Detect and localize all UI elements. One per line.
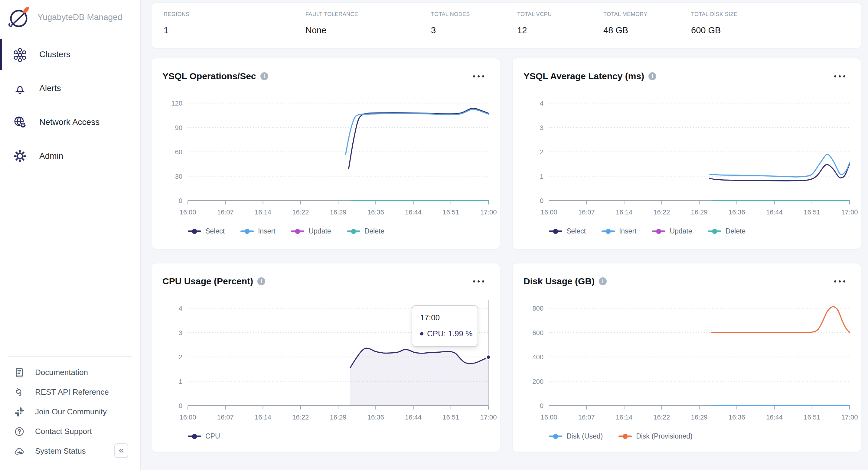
svg-text:16:22: 16:22	[653, 413, 670, 421]
chart-title: Disk Usage (GB)	[524, 276, 595, 287]
stat-value: 3	[431, 25, 517, 35]
plug-icon	[14, 387, 25, 398]
legend-label: Insert	[258, 227, 276, 235]
svg-text:16:22: 16:22	[653, 209, 670, 216]
svg-text:16:29: 16:29	[330, 209, 346, 216]
legend-label: Disk (Provisioned)	[636, 432, 692, 440]
chart-title: YSQL Operations/Sec	[162, 70, 256, 82]
info-icon[interactable]	[257, 277, 265, 285]
legend-item[interactable]: Disk (Used)	[549, 432, 603, 440]
legend-item[interactable]: Delete	[347, 227, 384, 235]
sidebar-item-rest-api-reference[interactable]: REST API Reference	[0, 382, 140, 402]
svg-text:16:22: 16:22	[292, 209, 309, 216]
legend-item[interactable]: Insert	[241, 227, 276, 235]
sidebar: YugabyteDB Managed Clusters Alerts	[0, 0, 141, 470]
svg-text:120: 120	[171, 99, 182, 107]
chart-card-disk-usage: Disk Usage (GB) 020040060080016:0016:071…	[512, 263, 861, 452]
svg-text:16:44: 16:44	[405, 413, 422, 421]
svg-text:16:22: 16:22	[292, 413, 309, 421]
chart-menu-button[interactable]	[473, 280, 484, 282]
globe-gear-icon	[13, 115, 27, 129]
stat-label: FAULT TOLERANCE	[306, 11, 431, 18]
svg-text:16:51: 16:51	[804, 209, 820, 216]
cluster-summary-bar: REGIONS 1 FAULT TOLERANCE None TOTAL NOD…	[151, 2, 861, 49]
chart-menu-button[interactable]	[473, 75, 484, 77]
legend-item[interactable]: Update	[652, 227, 692, 235]
cloud-status-icon	[14, 446, 25, 457]
legend-label: Delete	[725, 227, 745, 235]
svg-text:16:00: 16:00	[179, 209, 196, 216]
stat-total-memory: TOTAL MEMORY 48 GB	[603, 11, 691, 48]
stat-total-vcpu: TOTAL vCPU 12	[517, 11, 603, 48]
sidebar-item-admin[interactable]: Admin	[0, 139, 140, 173]
svg-text:16:36: 16:36	[368, 413, 384, 421]
chart-title: CPU Usage (Percent)	[162, 276, 253, 287]
stat-label: TOTAL NODES	[431, 11, 517, 18]
legend-item[interactable]: Select	[188, 227, 225, 235]
svg-text:16:36: 16:36	[728, 413, 745, 421]
tooltip-time: 17:00	[420, 313, 477, 322]
sidebar-item-label: Admin	[39, 151, 63, 161]
stat-value: 1	[164, 25, 306, 35]
info-icon[interactable]	[648, 72, 656, 80]
sidebar-collapse-button[interactable]	[114, 443, 128, 458]
sidebar-item-join-our-community[interactable]: Join Our Community	[0, 402, 140, 421]
svg-text:16:44: 16:44	[405, 209, 422, 216]
document-icon	[14, 367, 25, 378]
footer-item-label: REST API Reference	[35, 387, 109, 397]
info-icon[interactable]	[260, 72, 268, 80]
yugabyte-logo-icon	[7, 5, 31, 30]
stat-label: TOTAL DISK SIZE	[691, 11, 861, 18]
chart-title: YSQL Average Latency (ms)	[524, 70, 644, 82]
sidebar-item-network-access[interactable]: Network Access	[0, 105, 140, 139]
legend-item[interactable]: Update	[291, 227, 331, 235]
chart-card-ysql-operations: YSQL Operations/Sec 030609012016:0016:07…	[151, 58, 500, 249]
chart-menu-button[interactable]	[834, 280, 845, 282]
sidebar-item-documentation[interactable]: Documentation	[0, 363, 140, 382]
chart-header: CPU Usage (Percent)	[152, 263, 500, 287]
sidebar-item-label: Network Access	[39, 117, 99, 127]
stat-label: TOTAL MEMORY	[603, 11, 691, 18]
stat-value: 12	[517, 25, 603, 35]
legend-item[interactable]: Insert	[601, 227, 637, 235]
svg-text:16:00: 16:00	[179, 413, 196, 421]
legend-label: Select	[205, 227, 225, 235]
chart-header: YSQL Operations/Sec	[152, 58, 500, 82]
chart-legend: Disk (Used)Disk (Provisioned)	[549, 432, 861, 440]
svg-text:16:44: 16:44	[766, 413, 783, 421]
svg-text:0: 0	[179, 197, 182, 205]
legend-label: Update	[309, 227, 331, 235]
svg-text:16:44: 16:44	[766, 209, 783, 216]
svg-text:16:00: 16:00	[540, 413, 557, 421]
svg-text:16:29: 16:29	[691, 209, 707, 216]
svg-text:4: 4	[179, 305, 182, 312]
legend-item[interactable]: Disk (Provisioned)	[619, 432, 692, 440]
sidebar-item-alerts[interactable]: Alerts	[0, 71, 140, 105]
chart-card-cpu-usage: CPU Usage (Percent) 0123416:0016:0716:14…	[151, 263, 500, 452]
chart-header: YSQL Average Latency (ms)	[513, 58, 861, 82]
chart-plot: 030609012016:0016:0716:1416:2216:2916:36…	[152, 91, 500, 219]
info-icon[interactable]	[599, 277, 607, 285]
legend-item[interactable]: Delete	[708, 227, 745, 235]
chart-menu-button[interactable]	[834, 75, 845, 77]
svg-text:1: 1	[540, 173, 544, 180]
svg-text:16:51: 16:51	[804, 413, 820, 421]
svg-text:16:36: 16:36	[728, 209, 745, 216]
stat-value: None	[306, 25, 431, 35]
legend-label: Insert	[619, 227, 637, 235]
brand: YugabyteDB Managed	[0, 0, 140, 33]
stat-total-disk-size: TOTAL DISK SIZE 600 GB	[691, 11, 861, 48]
legend-item[interactable]: CPU	[188, 432, 220, 440]
stat-label: TOTAL vCPU	[517, 11, 603, 18]
svg-text:3: 3	[179, 329, 182, 337]
legend-item[interactable]: Select	[549, 227, 586, 235]
stat-value: 48 GB	[603, 25, 691, 35]
svg-text:2: 2	[179, 353, 182, 361]
legend-label: Disk (Used)	[566, 432, 603, 440]
stat-value: 600 GB	[691, 25, 861, 35]
sidebar-item-clusters[interactable]: Clusters	[0, 37, 140, 71]
gear-icon	[13, 149, 27, 163]
sidebar-item-contact-support[interactable]: Contact Support	[0, 421, 140, 441]
svg-text:16:36: 16:36	[368, 209, 384, 216]
svg-text:3: 3	[540, 124, 544, 131]
